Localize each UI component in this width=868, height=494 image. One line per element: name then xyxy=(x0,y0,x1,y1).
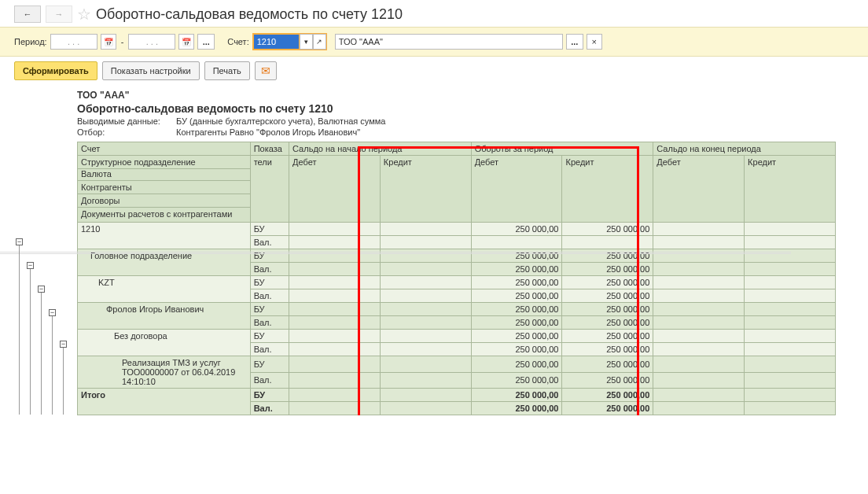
table-row: 1210БУ250 000,00250 000,00 xyxy=(78,223,836,236)
row-value xyxy=(471,236,562,249)
row-value xyxy=(745,276,836,289)
organization-clear-button[interactable]: × xyxy=(587,34,602,50)
row-indicator: БУ xyxy=(250,356,289,373)
row-value: 250 000,00 xyxy=(471,316,562,330)
row-indicator: БУ xyxy=(250,276,289,289)
row-value xyxy=(653,223,745,236)
nav-forward-button[interactable]: → xyxy=(46,6,72,23)
table-row: Без договораБУ250 000,00250 000,00 xyxy=(78,330,836,343)
account-input[interactable]: 1210 xyxy=(253,34,300,50)
col-sbeg-credit: Кредит xyxy=(380,156,471,223)
row-value xyxy=(289,276,381,289)
row-value xyxy=(380,356,471,373)
row-value xyxy=(289,263,381,276)
row-value xyxy=(745,236,836,249)
date-to-input[interactable]: . . . xyxy=(128,34,175,50)
report-table: Счет Показа Сальдо на начало периода Обо… xyxy=(77,142,836,415)
row-value xyxy=(653,289,745,303)
row-value: 250 000,00 xyxy=(471,389,562,402)
envelope-icon: ✉ xyxy=(261,65,270,77)
account-dropdown-button[interactable]: ▾ xyxy=(300,34,313,50)
row-value: 250 000,00 xyxy=(471,402,562,415)
row-value: 250 000,00 xyxy=(471,263,562,276)
favorite-star-icon[interactable]: ☆ xyxy=(77,5,91,24)
row-value: 250 000,00 xyxy=(562,330,653,343)
row-value xyxy=(653,343,745,356)
row-name: 1210 xyxy=(78,223,251,249)
col-send-credit: Кредит xyxy=(745,156,836,223)
row-value xyxy=(653,330,745,343)
period-label: Период: xyxy=(14,37,47,46)
date-from-calendar-button[interactable]: 📅 xyxy=(101,34,116,50)
meta-filter-label: Отбор: xyxy=(77,127,170,137)
period-select-button[interactable]: ... xyxy=(197,34,215,50)
row-indicator: Вал. xyxy=(250,316,289,330)
organization-input[interactable]: ТОО "ААА" xyxy=(335,34,563,50)
email-button[interactable]: ✉ xyxy=(255,61,277,80)
col-saldo-end: Сальдо на конец периода xyxy=(653,142,836,156)
row-value: 250 000,00 xyxy=(471,303,562,316)
row-value: 250 000,00 xyxy=(562,223,653,236)
row-indicator: БУ xyxy=(250,389,289,402)
period-dash: - xyxy=(121,37,124,46)
col-group-2: Валюта xyxy=(78,168,250,181)
row-value xyxy=(745,372,836,389)
col-turn-credit: Кредит xyxy=(562,156,653,223)
row-value xyxy=(289,316,381,330)
generate-button[interactable]: Сформировать xyxy=(14,61,97,80)
row-value xyxy=(653,263,745,276)
row-value xyxy=(289,330,381,343)
account-open-button[interactable]: ↗ xyxy=(313,34,326,50)
row-value: 250 000,00 xyxy=(562,303,653,316)
nav-back-button[interactable]: ← xyxy=(14,6,41,23)
row-value xyxy=(653,372,745,389)
date-from-input[interactable]: . . . xyxy=(50,34,97,50)
col-group-4: Договоры xyxy=(78,194,250,208)
col-send-debit: Дебет xyxy=(653,156,745,223)
row-indicator: Вал. xyxy=(250,236,289,249)
report-title: Оборотно-сальдовая ведомость по счету 12… xyxy=(77,102,868,115)
row-value xyxy=(289,389,381,402)
row-value xyxy=(289,402,381,415)
meta-filter-value: Контрагенты Равно "Фролов Игорь Иванович… xyxy=(176,127,360,137)
col-saldo-begin: Сальдо на начало периода xyxy=(289,142,472,156)
row-value xyxy=(653,389,745,402)
date-to-calendar-button[interactable]: 📅 xyxy=(178,34,194,50)
tree-toggle[interactable]: − xyxy=(27,262,34,269)
col-indicators-2: тели xyxy=(250,156,289,223)
row-value xyxy=(653,236,745,249)
row-value xyxy=(380,389,471,402)
row-name: Реализация ТМЗ и услуг ТОО00000007 от 06… xyxy=(78,356,251,389)
row-value xyxy=(745,289,836,303)
row-value: 250 000,00 xyxy=(471,330,562,343)
show-settings-button[interactable]: Показать настройки xyxy=(102,61,200,80)
row-value xyxy=(380,402,471,415)
col-sbeg-debit: Дебет xyxy=(289,156,381,223)
col-indicators-1: Показа xyxy=(250,142,289,156)
tree-toggle[interactable]: − xyxy=(49,309,56,316)
table-row: ИтогоБУ250 000,00250 000,00 xyxy=(78,389,836,402)
tree-toggle[interactable]: − xyxy=(16,238,23,245)
row-value: 250 000,00 xyxy=(562,402,653,415)
print-button[interactable]: Печать xyxy=(204,61,250,80)
row-value xyxy=(380,276,471,289)
col-group-5: Документы расчетов с контрагентами xyxy=(78,208,250,220)
row-value: 250 000,00 xyxy=(471,223,562,236)
tree-toggle[interactable]: − xyxy=(60,341,67,348)
row-value xyxy=(380,303,471,316)
organization-select-button[interactable]: ... xyxy=(566,34,583,50)
row-value xyxy=(745,263,836,276)
row-value xyxy=(745,356,836,373)
page-title: Оборотно-сальдовая ведомость по счету 12… xyxy=(96,6,403,23)
row-value xyxy=(289,303,381,316)
row-value xyxy=(653,356,745,373)
col-group-3: Контрагенты xyxy=(78,181,250,194)
row-value xyxy=(653,276,745,289)
row-value xyxy=(745,330,836,343)
col-turn-debit: Дебет xyxy=(471,156,562,223)
row-value xyxy=(562,236,653,249)
row-indicator: Вал. xyxy=(250,289,289,303)
row-value: 250 000,00 xyxy=(562,276,653,289)
col-account: Счет xyxy=(78,142,251,156)
tree-toggle[interactable]: − xyxy=(38,286,45,293)
